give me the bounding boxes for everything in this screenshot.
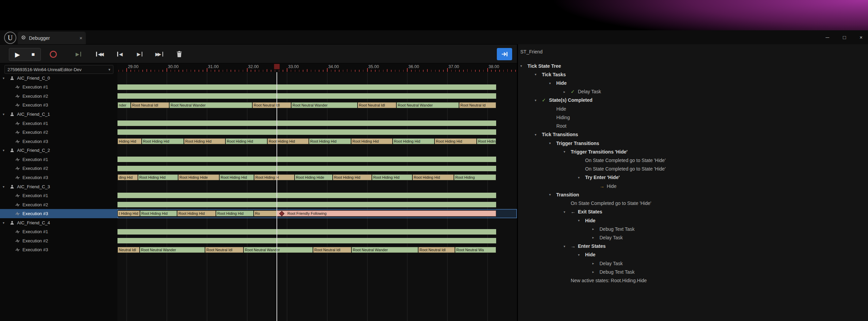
playhead-marker[interactable] [274, 64, 280, 69]
state-tree-row[interactable]: ▸Debug Text Task [518, 268, 868, 276]
track-row[interactable] [117, 191, 517, 200]
expander-icon[interactable]: ▾ [578, 219, 585, 222]
track-segment[interactable]: Root Hiding Hid [140, 210, 177, 216]
expander-icon[interactable]: ▾ [3, 148, 10, 152]
state-tree-row[interactable]: Hide [518, 105, 868, 113]
track-segment[interactable]: Root Hiding Hid [393, 138, 435, 144]
track-row[interactable] [117, 200, 517, 209]
step-forward-button[interactable]: ▶ [137, 48, 142, 60]
track-segment[interactable]: Root Hiding Hid [138, 174, 178, 180]
expander-icon[interactable]: ▾ [3, 185, 10, 189]
track-segment[interactable]: Root Hiding Hide [178, 174, 219, 180]
expander-icon[interactable]: ▾ [535, 98, 542, 102]
track-row[interactable]: ding HidRoot Hiding HidRoot Hiding HideR… [117, 173, 517, 182]
track-segment[interactable]: Root Hiding [454, 174, 496, 180]
track-row[interactable] [117, 92, 517, 101]
track-segment[interactable]: t Hiding Hid [117, 210, 140, 216]
track-bar[interactable] [117, 238, 496, 243]
expander-icon[interactable]: ▾ [3, 76, 10, 80]
sidebar-instance-row[interactable]: ▾AIC_Friend_C_0 [0, 74, 117, 83]
expander-icon[interactable]: ▾ [564, 210, 571, 214]
record-button[interactable] [50, 48, 57, 60]
track-segment[interactable]: Root Hiding Hid [142, 138, 184, 144]
track-segment[interactable]: Root Hiding Hid [435, 138, 477, 144]
track-segment[interactable]: Root Hiding Hid [219, 174, 254, 180]
sidebar-execution-row[interactable]: Execution #1 [0, 83, 117, 92]
sidebar-instance-row[interactable]: ▾AIC_Friend_C_3 [0, 182, 117, 191]
expander-icon[interactable]: ▸ [593, 227, 600, 231]
session-dropdown[interactable]: 2759693516-Win64-UnrealEditor-Dev ▾ [4, 65, 113, 74]
track-bar[interactable] [117, 166, 496, 171]
track-bar[interactable] [117, 93, 496, 99]
track-bar[interactable] [117, 84, 496, 90]
sidebar-execution-row[interactable]: Execution #3 [0, 209, 117, 218]
sidebar-execution-row[interactable]: Execution #2 [0, 164, 117, 173]
track-bar[interactable] [117, 193, 496, 198]
track-segment[interactable]: Root Neutral Idl [252, 102, 291, 108]
track-segment[interactable]: Root Neutral Idl [358, 102, 396, 108]
expander-icon[interactable]: ▾ [3, 221, 10, 225]
sidebar-execution-row[interactable]: Execution #2 [0, 236, 117, 245]
sidebar-execution-row[interactable]: Execution #1 [0, 227, 117, 237]
track-bar[interactable] [117, 121, 496, 126]
sidebar-execution-row[interactable]: Execution #1 [0, 119, 117, 128]
sidebar-execution-row[interactable]: Execution #3 [0, 173, 117, 182]
close-button[interactable]: × [859, 34, 863, 40]
track-segment[interactable]: Root Hiding Hid [351, 138, 393, 144]
sidebar-instance-row[interactable]: ▾AIC_Friend_C_1 [0, 110, 117, 119]
track-segment[interactable]: Root Hiding Hid [372, 174, 412, 180]
track-segment[interactable]: Root Neutral Wa [455, 247, 496, 253]
track-row[interactable] [117, 128, 517, 137]
sidebar-execution-row[interactable]: Execution #1 [0, 191, 117, 200]
sidebar-execution-row[interactable]: Execution #2 [0, 128, 117, 137]
expander-icon[interactable]: ▾ [564, 244, 571, 248]
playhead-line[interactable] [277, 72, 277, 321]
tab-debugger[interactable]: Debugger × [18, 32, 86, 44]
expander-icon[interactable]: ▾ [520, 64, 527, 68]
state-tree-row[interactable]: ▸Debug Text Task [518, 225, 868, 233]
track-row[interactable] [117, 110, 517, 119]
track-segment[interactable]: Root Hiding Hid [412, 174, 454, 180]
track-segment[interactable]: Root Neutral Idl [418, 247, 455, 253]
stop-button[interactable]: ■ [31, 49, 35, 60]
track-segment[interactable]: Root Neutral Idl [205, 247, 243, 253]
track-segment[interactable]: Root Neutral Id [459, 102, 496, 108]
step-forward-far-button[interactable]: ▶▶ [155, 48, 163, 60]
state-tree-row[interactable]: On State Completed go to State 'Hide' [518, 156, 868, 164]
track-segment[interactable]: Root Hiding Hid [177, 210, 216, 216]
expander-icon[interactable]: ▸ [593, 236, 600, 239]
track-segment[interactable]: Root Hiding Hid [333, 174, 372, 180]
expander-icon[interactable]: ▸ [593, 261, 600, 265]
track-row[interactable]: Hiding HidRoot Hiding HidRoot Hiding Hid… [117, 137, 517, 146]
expander-icon[interactable]: ▸ [564, 90, 571, 94]
track-segment[interactable]: Root Hiding Hid [216, 210, 254, 216]
sidebar-execution-row[interactable]: Execution #2 [0, 200, 117, 209]
expander-icon[interactable]: ▾ [549, 193, 556, 196]
track-segment[interactable]: Root Hiding Hide [295, 174, 333, 180]
step-back-button[interactable]: ◀ [117, 48, 123, 60]
state-tree-row[interactable]: ▾✓State(s) Completed [518, 96, 868, 105]
state-tree-row[interactable]: ▸Delay Task [518, 233, 868, 242]
minimize-button[interactable]: ─ [826, 34, 830, 40]
state-tree-row[interactable]: ▸✓Delay Task [518, 87, 868, 96]
state-tree-row[interactable]: ▾Tick State Tree [518, 62, 868, 70]
maximize-button[interactable]: □ [843, 34, 846, 40]
open-asset-button[interactable] [497, 48, 512, 60]
expander-icon[interactable]: ▾ [3, 112, 10, 116]
track-segment[interactable]: Root Hidin [477, 138, 496, 144]
state-tree-row[interactable]: ▾Tick Tasks [518, 70, 868, 79]
track-segment[interactable]: Root Neutral Wander [243, 247, 313, 253]
expander-icon[interactable]: ▾ [549, 81, 556, 85]
track-segment[interactable]: Root Neutral Wander [291, 102, 358, 108]
track-row[interactable] [117, 182, 517, 191]
state-tree-row[interactable]: ▾Hide [518, 79, 868, 87]
sidebar-instance-row[interactable]: ▾AIC_Friend_C_2 [0, 146, 117, 155]
state-tree-row[interactable]: Root [518, 122, 868, 130]
state-tree-row[interactable]: On State Completed go to State 'Hide' [518, 199, 868, 208]
track-row[interactable] [117, 74, 517, 83]
state-tree-row[interactable]: ▾→Enter States [518, 242, 868, 251]
timeline-ruler[interactable]: 29.0030.0031.0032.0033.0034.0035.0036.00… [117, 63, 517, 72]
state-tree-row[interactable]: ▾Hide [518, 251, 868, 259]
resume-button[interactable]: ▶ [76, 48, 81, 60]
state-tree-row[interactable]: ▾Try Enter 'Hide' [518, 173, 868, 182]
